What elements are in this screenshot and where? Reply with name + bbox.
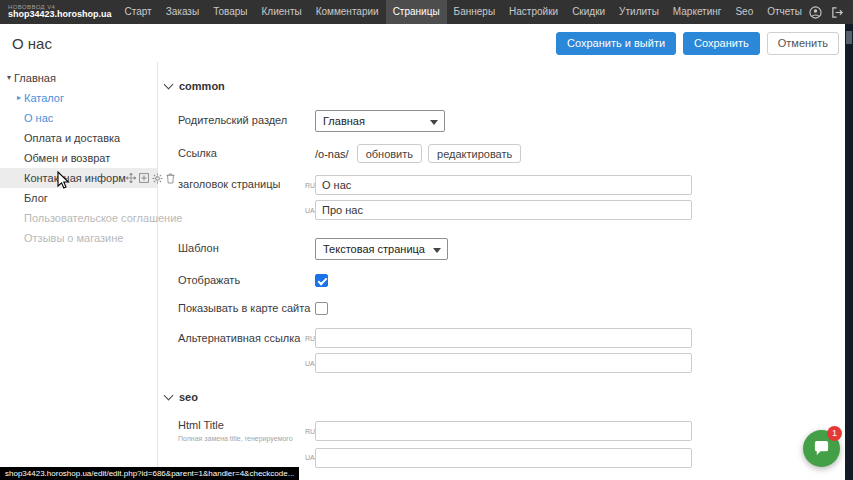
field-label: Альтернативная ссылка — [178, 332, 305, 345]
tree-item-home[interactable]: ▾ Главная — [0, 68, 157, 88]
page-edit-form: common Родительский раздел Главная Ссылк… — [159, 62, 845, 480]
field-label: Html Title Полная замена title, генериру… — [178, 419, 305, 443]
brand-logo[interactable]: НОВОВВОД V4 shop34423.horoshop.ua — [8, 4, 112, 20]
html-title-ua-row: UA — [178, 448, 845, 468]
sitemap-checkbox[interactable] — [315, 302, 328, 315]
lang-ua-label: UA — [305, 454, 315, 461]
gear-icon[interactable] — [152, 173, 163, 184]
page-title-ua-input[interactable] — [315, 200, 692, 220]
field-label: Показывать в карте сайта — [178, 302, 315, 315]
alt-link-ua-input[interactable] — [315, 353, 692, 373]
parent-section-select[interactable]: Главная — [315, 110, 445, 132]
html-title-ru-input[interactable] — [315, 421, 692, 441]
brand-domain: shop34423.horoshop.ua — [8, 10, 112, 19]
menu-item-settings[interactable]: Настройки — [502, 0, 565, 24]
menu-item-banners[interactable]: Баннеры — [447, 0, 502, 24]
menu-item-start[interactable]: Старт — [118, 0, 159, 24]
top-navbar: НОВОВВОД V4 shop34423.horoshop.ua Старт … — [0, 0, 853, 24]
menu-item-comments[interactable]: Комментарии — [309, 0, 386, 24]
user-account-icon[interactable] — [809, 6, 822, 19]
chevron-right-icon[interactable]: ▸ — [14, 88, 24, 108]
sitemap-row: Показывать в карте сайта — [178, 302, 845, 315]
menu-item-pages[interactable]: Страницы — [386, 0, 447, 24]
field-hint: Полная замена title, генерируемого — [178, 435, 305, 443]
page-title-ru-input[interactable] — [315, 175, 692, 195]
html-title-ru-row: Html Title Полная замена title, генериру… — [178, 419, 845, 443]
top-menu: Старт Заказы Товары Клиенты Комментарии … — [118, 0, 809, 24]
link-row: Ссылка /o-nas/ обновить редактировать — [178, 144, 845, 163]
status-url-bar: shop34423.horoshop.ua/edit/edit.php?id=6… — [0, 467, 299, 480]
tree-item-store-reviews[interactable]: Отзывы о магазине — [0, 228, 157, 248]
tree-item-label: Главная — [14, 68, 56, 88]
scrollbar-thumb[interactable] — [846, 31, 852, 44]
update-link-button[interactable]: обновить — [357, 144, 422, 163]
field-label: заголовок страницы — [178, 178, 305, 191]
save-button[interactable]: Сохранить — [683, 32, 760, 55]
tree-item-label: Блог — [24, 188, 48, 208]
page-scrollbar[interactable] — [845, 24, 853, 480]
menu-item-discounts[interactable]: Скидки — [565, 0, 612, 24]
header-actions: Сохранить и выйти Сохранить Отменить — [556, 32, 839, 55]
tree-item-hover-actions — [126, 173, 175, 184]
page-title-ua-row: UA — [178, 200, 845, 220]
selected-value: Главная — [323, 115, 365, 127]
logout-icon[interactable] — [831, 6, 844, 19]
tree-item-user-agreement[interactable]: Пользовательское соглашение — [0, 208, 157, 228]
section-common-header[interactable]: common — [165, 80, 845, 92]
display-checkbox[interactable] — [315, 274, 328, 287]
alt-link-ru-input[interactable] — [315, 328, 692, 348]
tree-item-contact-info[interactable]: Контактная информ — [0, 168, 157, 188]
html-title-ua-input[interactable] — [315, 448, 692, 468]
cancel-button[interactable]: Отменить — [767, 32, 839, 55]
menu-item-marketing[interactable]: Маркетинг — [666, 0, 729, 24]
section-seo-header[interactable]: seo — [165, 391, 845, 403]
lang-ru-label: RU — [305, 335, 315, 342]
edit-link-button[interactable]: редактировать — [428, 144, 521, 163]
template-select[interactable]: Текстовая страница — [315, 238, 448, 260]
page-title: О нас — [12, 35, 52, 52]
tree-item-blog[interactable]: Блог — [0, 188, 157, 208]
trash-icon[interactable] — [166, 173, 175, 184]
select-arrow-icon — [433, 248, 441, 253]
menu-item-utilities[interactable]: Утилиты — [612, 0, 666, 24]
menu-item-clients[interactable]: Клиенты — [255, 0, 309, 24]
topbar-icons — [809, 6, 844, 19]
chevron-down-icon — [164, 80, 174, 90]
field-label: Ссылка — [178, 147, 315, 160]
move-icon[interactable] — [126, 173, 136, 183]
field-label: Родительский раздел — [178, 114, 315, 127]
tree-item-label: Обмен и возврат — [24, 148, 110, 168]
tree-item-label: О нас — [24, 108, 53, 128]
page-header: О нас Сохранить и выйти Сохранить Отмени… — [0, 24, 845, 62]
template-row: Шаблон Текстовая страница — [178, 238, 845, 260]
page-title-ru-row: заголовок страницы RU — [178, 175, 845, 195]
chat-widget-button[interactable]: 1 — [803, 430, 840, 467]
lang-ru-label: RU — [305, 182, 315, 189]
parent-section-row: Родительский раздел Главная — [178, 110, 845, 132]
save-and-exit-button[interactable]: Сохранить и выйти — [556, 32, 676, 55]
alt-link-ua-row: UA — [178, 353, 845, 373]
tree-item-catalog[interactable]: ▸ Каталог — [0, 88, 157, 108]
tree-item-exchange-return[interactable]: Обмен и возврат — [0, 148, 157, 168]
menu-item-reports[interactable]: Отчеты — [760, 0, 809, 24]
select-arrow-icon — [430, 120, 438, 125]
tree-item-label: Отзывы о магазине — [24, 228, 123, 248]
menu-item-orders[interactable]: Заказы — [159, 0, 206, 24]
chevron-down-icon[interactable]: ▾ — [4, 68, 14, 88]
field-label: Шаблон — [178, 242, 315, 255]
lang-ru-label: RU — [305, 428, 315, 435]
alt-link-ru-row: Альтернативная ссылка RU — [178, 328, 845, 348]
tree-item-label: Контактная информ — [24, 168, 126, 188]
add-page-icon[interactable] — [139, 173, 149, 183]
tree-item-payment-delivery[interactable]: Оплата и доставка — [0, 128, 157, 148]
chevron-down-icon — [164, 391, 174, 401]
lang-ua-label: UA — [305, 360, 315, 367]
chat-icon — [813, 440, 830, 457]
chat-unread-badge: 1 — [827, 426, 842, 441]
menu-item-seo[interactable]: Seo — [728, 0, 760, 24]
tree-item-about-selected[interactable]: О нас — [0, 108, 157, 128]
app-window: НОВОВВОД V4 shop34423.horoshop.ua Старт … — [0, 0, 853, 480]
pages-tree-sidebar: ▾ Главная ▸ Каталог О нас Оплата и доста… — [0, 62, 158, 480]
menu-item-products[interactable]: Товары — [206, 0, 254, 24]
selected-value: Текстовая страница — [323, 243, 425, 255]
